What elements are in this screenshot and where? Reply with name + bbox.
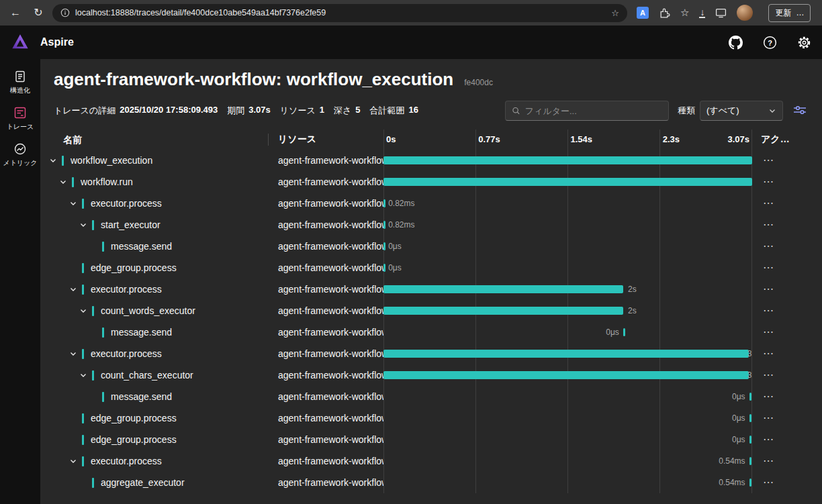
- span-duration-bar[interactable]: [749, 393, 751, 401]
- refresh-button[interactable]: ↻: [30, 4, 47, 21]
- sidebar-item-traces[interactable]: トレース: [0, 101, 40, 137]
- table-row[interactable]: count_words_executor agent-framework-wor…: [40, 300, 822, 321]
- back-button[interactable]: ←: [7, 4, 24, 21]
- span-kind-marker: [82, 285, 84, 295]
- help-icon[interactable]: ?: [763, 36, 777, 50]
- span-duration-bar[interactable]: [749, 478, 751, 487]
- bookmark-star-icon[interactable]: ☆: [611, 8, 619, 18]
- column-header-name[interactable]: 名前: [40, 134, 269, 146]
- span-resource: agent-framework-workflow: [269, 477, 383, 488]
- timeline-tick: 1.54s: [571, 130, 593, 150]
- row-actions-button[interactable]: ⋯: [763, 327, 774, 338]
- table-row[interactable]: edge_group.process agent-framework-workf…: [40, 429, 822, 450]
- row-actions-button[interactable]: ⋯: [763, 177, 774, 187]
- site-info-icon[interactable]: [60, 8, 70, 17]
- extensions-icon[interactable]: [659, 7, 670, 19]
- span-duration-label: 0μs: [388, 236, 402, 257]
- favorites-icon[interactable]: ☆: [680, 7, 689, 19]
- table-row[interactable]: edge_group.process agent-framework-workf…: [40, 257, 822, 279]
- chevron-down-icon[interactable]: [64, 457, 82, 465]
- span-duration-bar[interactable]: [383, 371, 749, 379]
- meta-trace-detail: トレースの詳細 2025/10/20 17:58:09.493: [54, 105, 218, 117]
- chevron-down-icon[interactable]: [75, 371, 92, 379]
- row-actions-button[interactable]: ⋯: [763, 219, 774, 230]
- span-duration-bar[interactable]: [749, 457, 751, 465]
- chevron-down-icon[interactable]: [64, 350, 82, 358]
- row-actions-button[interactable]: ⋯: [763, 477, 774, 488]
- type-filter-select[interactable]: (すべて): [700, 101, 783, 121]
- update-button-label: 更新: [775, 7, 791, 19]
- translate-icon[interactable]: A: [637, 7, 649, 19]
- table-row[interactable]: workflow.run agent-framework-workflow ⋯: [40, 171, 822, 193]
- table-row[interactable]: executor.process agent-framework-workflo…: [40, 193, 822, 214]
- row-actions-button[interactable]: ⋯: [763, 198, 774, 209]
- table-row[interactable]: executor.process agent-framework-workflo…: [40, 450, 822, 472]
- row-actions-button[interactable]: ⋯: [763, 262, 774, 273]
- app-header: Aspire ?: [0, 26, 822, 59]
- row-actions-button[interactable]: ⋯: [763, 305, 774, 316]
- row-actions-button[interactable]: ⋯: [763, 434, 774, 445]
- span-duration-bar[interactable]: [383, 285, 623, 293]
- row-actions-button[interactable]: ⋯: [763, 391, 774, 402]
- table-row[interactable]: message.send agent-framework-workflow 0μ…: [40, 321, 822, 343]
- span-resource: agent-framework-workflow: [269, 413, 383, 423]
- span-name-cell: executor.process: [40, 450, 269, 472]
- table-row[interactable]: executor.process agent-framework-workflo…: [40, 343, 822, 364]
- span-duration-bar[interactable]: [623, 328, 625, 336]
- span-name: executor.process: [91, 284, 162, 295]
- trace-spans-table: 名前 リソース 0s 0.77s 1.54s 2.3s 3.07s アクション: [40, 130, 822, 493]
- chevron-down-icon[interactable]: [64, 199, 82, 207]
- span-actions-cell: ⋯: [752, 456, 822, 466]
- row-actions-button[interactable]: ⋯: [763, 456, 774, 466]
- table-row[interactable]: aggregate_executor agent-framework-workf…: [40, 472, 822, 493]
- filter-input[interactable]: [525, 106, 662, 116]
- downloads-icon[interactable]: ↓: [699, 8, 705, 18]
- span-duration-bar[interactable]: [383, 178, 752, 186]
- span-duration-bar[interactable]: [383, 307, 623, 315]
- chevron-down-icon[interactable]: [44, 156, 62, 164]
- span-duration-bar[interactable]: [749, 436, 751, 444]
- chevron-down-icon[interactable]: [64, 285, 82, 293]
- row-actions-button[interactable]: ⋯: [763, 348, 774, 359]
- span-duration-bar[interactable]: [383, 199, 385, 207]
- trace-id-badge: fe400dc: [464, 78, 493, 87]
- span-duration-bar[interactable]: [383, 242, 385, 250]
- chevron-down-icon[interactable]: [75, 307, 92, 315]
- table-row[interactable]: message.send agent-framework-workflow 0μ…: [40, 236, 822, 257]
- table-row[interactable]: start_executor agent-framework-workflow …: [40, 214, 822, 236]
- span-duration-bar[interactable]: [383, 221, 385, 229]
- span-duration-bar[interactable]: [383, 156, 752, 164]
- span-duration-bar[interactable]: [383, 264, 385, 272]
- row-actions-button[interactable]: ⋯: [763, 155, 774, 166]
- chevron-down-icon[interactable]: [75, 221, 92, 229]
- chevron-down-icon[interactable]: [54, 178, 72, 186]
- table-row[interactable]: count_chars_executor agent-framework-wor…: [40, 364, 822, 386]
- profile-avatar[interactable]: [737, 5, 753, 21]
- settings-gear-icon[interactable]: [797, 36, 811, 50]
- row-actions-button[interactable]: ⋯: [763, 241, 774, 252]
- aspire-logo-icon[interactable]: [11, 33, 30, 52]
- browser-tools-icon[interactable]: [715, 7, 727, 19]
- span-resource: agent-framework-workflow: [269, 434, 383, 445]
- github-icon[interactable]: [729, 36, 743, 50]
- table-row[interactable]: workflow_execution agent-framework-workf…: [40, 150, 822, 171]
- timeline-options-button[interactable]: [792, 103, 807, 119]
- row-actions-button[interactable]: ⋯: [763, 370, 774, 381]
- sidebar-item-metrics[interactable]: メトリック: [0, 137, 40, 173]
- span-duration-bar[interactable]: [749, 414, 751, 422]
- column-header-resource[interactable]: リソース: [269, 134, 383, 146]
- span-name: workflow_execution: [71, 155, 152, 166]
- table-row[interactable]: executor.process agent-framework-workflo…: [40, 279, 822, 300]
- table-row[interactable]: edge_group.process agent-framework-workf…: [40, 407, 822, 429]
- column-header-actions: アクション: [752, 134, 822, 146]
- sidebar-item-structured-logs[interactable]: 構造化: [0, 64, 40, 101]
- table-row[interactable]: message.send agent-framework-workflow 0μ…: [40, 386, 822, 407]
- url-bar[interactable]: localhost:18888/traces/detail/fe400dce10…: [52, 4, 627, 22]
- row-actions-button[interactable]: ⋯: [763, 413, 774, 423]
- span-duration-bar[interactable]: [383, 350, 749, 358]
- row-actions-button[interactable]: ⋯: [763, 284, 774, 295]
- span-duration-label: 0.54ms: [719, 472, 745, 493]
- url-text[interactable]: localhost:18888/traces/detail/fe400dce10…: [75, 8, 606, 17]
- span-kind-marker: [82, 435, 84, 445]
- update-button[interactable]: 更新 …: [768, 4, 811, 22]
